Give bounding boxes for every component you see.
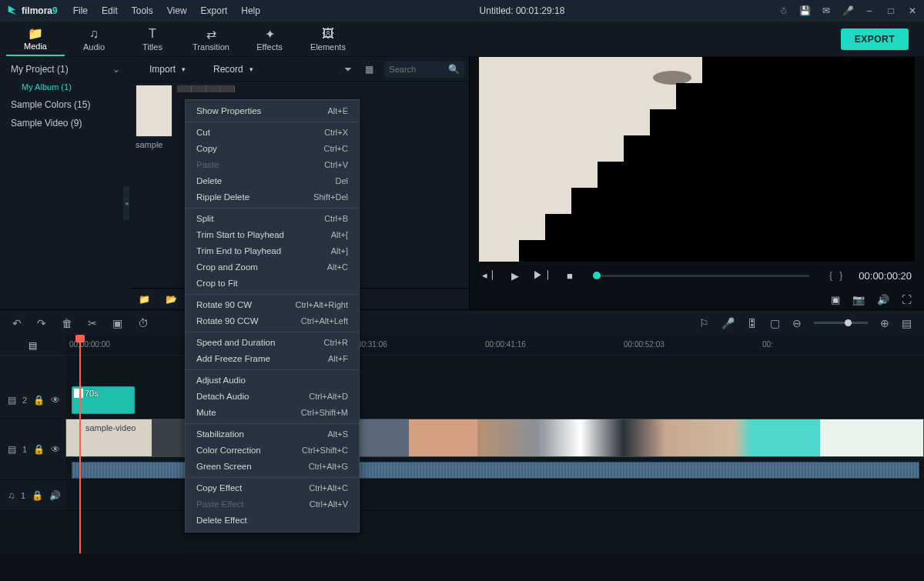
tab-effects[interactable]: ✦Effects xyxy=(240,22,299,56)
preview-controls: ◂〡 ▶ ▶〡 ■ { } 00:00:00:20 xyxy=(470,262,924,289)
video-clip-label: sample-video xyxy=(85,423,136,432)
ctx-crop-and-zoom[interactable]: Crop and ZoomAlt+C xyxy=(186,259,359,275)
ctx-add-freeze-frame[interactable]: Add Freeze FrameAlt+F xyxy=(186,351,359,367)
ctx-color-correction[interactable]: Color CorrectionCtrl+Shift+C xyxy=(186,442,359,459)
minimize-icon[interactable]: – xyxy=(864,5,875,16)
redo-icon[interactable]: ↷ xyxy=(37,317,46,329)
render-icon[interactable]: ▢ xyxy=(770,317,780,329)
sidebar-item[interactable]: My Album (1) xyxy=(0,78,131,95)
delete-icon[interactable]: 🗑 xyxy=(62,317,72,329)
timeline-tools: ↶ ↷ 🗑 ✂ ▣ ⏱ ⚐ 🎤 🎛 ▢ ⊖ ⊕ ▤ xyxy=(0,309,924,336)
ctx-trim-start-to-playhead[interactable]: Trim Start to PlayheadAlt+[ xyxy=(186,227,359,243)
manage-tracks-icon[interactable]: ▤ xyxy=(28,340,37,351)
preview-bottom-icons: ▣ 📷 🔊 ⛶ xyxy=(470,289,924,309)
ctx-copy-effect[interactable]: Copy EffectCtrl+Alt+C xyxy=(186,480,359,496)
ctx-ripple-delete[interactable]: Ripple DeleteShift+Del xyxy=(186,189,359,205)
ctx-delete-effect[interactable]: Delete Effect xyxy=(186,513,359,529)
media-thumbnail[interactable] xyxy=(177,85,235,92)
lock-icon[interactable]: 🔒 xyxy=(33,395,45,406)
tab-media[interactable]: 📁Media xyxy=(6,22,65,56)
timeline-settings-icon[interactable]: ▤ xyxy=(902,317,912,329)
ctx-detach-audio[interactable]: Detach AudioCtrl+Alt+D xyxy=(186,389,359,405)
ctx-mute[interactable]: MuteCtrl+Shift+M xyxy=(186,405,359,421)
search-input[interactable] xyxy=(389,65,448,74)
overlay-track-2-head[interactable]: ▤ 2 🔒 👁 xyxy=(0,382,65,418)
mixer-icon[interactable]: 🎛 xyxy=(747,317,758,329)
zoom-in-icon[interactable]: ⊕ xyxy=(880,317,889,329)
marker-icon[interactable]: ⚐ xyxy=(699,317,709,329)
fullscreen-icon[interactable]: ⛶ xyxy=(902,294,912,306)
zoom-slider[interactable] xyxy=(814,322,868,324)
ctx-green-screen[interactable]: Green ScreenCtrl+Alt+G xyxy=(186,459,359,475)
menu-edit[interactable]: Edit xyxy=(95,2,124,19)
import-button[interactable]: Import▾ xyxy=(136,61,199,78)
ctx-rotate-90-ccw[interactable]: Rotate 90 CCWCtrl+Alt+Left xyxy=(186,313,359,329)
search-box[interactable]: 🔍 xyxy=(384,61,464,78)
ctx-separator xyxy=(186,477,359,478)
media-thumbnail[interactable]: sample xyxy=(136,85,172,149)
stop-button[interactable]: ■ xyxy=(567,270,573,282)
mail-icon[interactable]: ✉ xyxy=(821,5,832,16)
ctx-adjust-audio[interactable]: Adjust Audio xyxy=(186,372,359,389)
ruler-head[interactable]: ▤ xyxy=(0,336,65,355)
ctx-cut[interactable]: CutCtrl+X xyxy=(186,125,359,141)
menu-file[interactable]: File xyxy=(67,2,94,19)
snapshot-icon[interactable]: 📷 xyxy=(852,294,865,306)
eye-icon[interactable]: 👁 xyxy=(51,395,60,406)
menu-export[interactable]: Export xyxy=(195,2,234,19)
grid-view-icon[interactable]: ▦ xyxy=(359,64,380,75)
speaker-icon[interactable]: 🔊 xyxy=(49,490,61,501)
preview-scrubber[interactable] xyxy=(593,275,809,277)
ctx-speed-and-duration[interactable]: Speed and DurationCtrl+R xyxy=(186,335,359,351)
search-icon[interactable]: 🔍 xyxy=(448,64,460,75)
filter-icon[interactable]: ⏷ xyxy=(337,64,359,75)
tab-titles[interactable]: TTitles xyxy=(123,22,182,56)
document-title: Untitled: 00:01:29:18 xyxy=(266,5,778,16)
ctx-trim-end-to-playhead[interactable]: Trim End to PlayheadAlt+] xyxy=(186,243,359,259)
ctx-stabilization[interactable]: StabilizationAlt+S xyxy=(186,426,359,442)
lock-icon[interactable]: 🔒 xyxy=(32,490,43,501)
maximize-icon[interactable]: □ xyxy=(886,5,896,16)
speed-icon[interactable]: ⏱ xyxy=(138,317,149,329)
mark-brackets[interactable]: { } xyxy=(829,270,845,281)
save-icon[interactable]: 💾 xyxy=(799,5,810,16)
sidebar-item[interactable]: Sample Video (9) xyxy=(0,114,131,132)
ctx-delete[interactable]: DeleteDel xyxy=(186,173,359,189)
eye-icon[interactable]: 👁 xyxy=(51,444,60,455)
lock-icon[interactable]: 🔒 xyxy=(33,444,45,455)
menu-help[interactable]: Help xyxy=(235,2,266,19)
new-folder-icon[interactable]: 📁 xyxy=(139,294,150,305)
ctx-rotate-90-cw[interactable]: Rotate 90 CWCtrl+Alt+Right xyxy=(186,297,359,313)
tab-audio[interactable]: ♫Audio xyxy=(65,22,123,56)
mic-icon[interactable]: 🎤 xyxy=(842,5,853,16)
menu-tools[interactable]: Tools xyxy=(126,2,159,19)
split-icon[interactable]: ✂ xyxy=(88,317,97,329)
video-track-1-head[interactable]: ▤ 1 🔒 👁 xyxy=(0,419,65,479)
ctx-show-properties[interactable]: Show PropertiesAlt+E xyxy=(186,103,359,119)
sidebar-item[interactable]: My Project (1)⌄ xyxy=(0,60,131,78)
record-button[interactable]: Record▾ xyxy=(199,61,267,78)
screen-icon[interactable]: ▣ xyxy=(831,294,840,306)
play-button[interactable]: ▶ xyxy=(511,270,519,282)
voiceover-icon[interactable]: 🎤 xyxy=(721,317,735,329)
zoom-out-icon[interactable]: ⊖ xyxy=(792,317,802,329)
ctx-split[interactable]: SplitCtrl+B xyxy=(186,211,359,227)
clip-70s[interactable]: 70s xyxy=(72,386,135,414)
prev-frame-button[interactable]: ◂〡 xyxy=(482,269,497,282)
crop-icon[interactable]: ▣ xyxy=(112,317,122,329)
close-icon[interactable]: ✕ xyxy=(907,5,918,16)
audio-track-1-head[interactable]: ♫ 1 🔒 🔊 xyxy=(0,480,65,510)
volume-icon[interactable]: 🔊 xyxy=(877,294,889,306)
user-icon[interactable]: ☃ xyxy=(778,5,788,16)
ctx-copy[interactable]: CopyCtrl+C xyxy=(186,141,359,157)
tab-elements[interactable]: 🖼Elements xyxy=(299,22,357,56)
tab-transition[interactable]: ⇄Transition xyxy=(182,22,240,56)
menu-view[interactable]: View xyxy=(161,2,193,19)
folder-out-icon[interactable]: 📂 xyxy=(166,294,177,305)
undo-icon[interactable]: ↶ xyxy=(12,317,22,329)
collapse-handle[interactable]: ◂ xyxy=(123,186,129,220)
ctx-crop-to-fit[interactable]: Crop to Fit xyxy=(186,275,359,292)
next-frame-button[interactable]: ▶〡 xyxy=(533,269,553,282)
sidebar-item[interactable]: Sample Colors (15) xyxy=(0,95,131,114)
export-button[interactable]: EXPORT xyxy=(841,28,909,50)
